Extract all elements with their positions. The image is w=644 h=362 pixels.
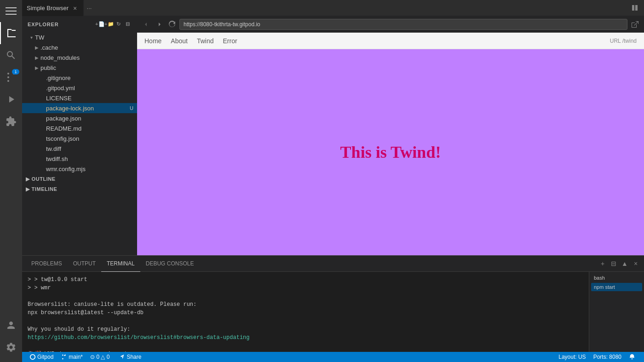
svg-rect-0 <box>6 7 17 8</box>
terminal-content[interactable]: > > tw@1.0.0 start > > wmr Browserslist:… <box>22 272 589 352</box>
status-bar: Gitpod main* ⊙ 0 △ 0 Share Layout: US Po… <box>22 352 644 362</box>
browser-toolbar <box>137 16 644 33</box>
tab-output[interactable]: OUTPUT <box>68 256 101 272</box>
tree-item-twdiff-sh[interactable]: twdiff.sh <box>22 154 137 164</box>
activity-bar: 1 <box>0 0 22 362</box>
terminal-line-5: Why you should do it regularly: <box>28 325 583 333</box>
terminal-split-button[interactable]: ⊟ <box>609 259 618 268</box>
main-container: Simple Browser × ··· EXPLORER +📄 +📁 ↻ ⊟ <box>22 0 644 362</box>
terminal-line-blank-1 <box>28 292 583 300</box>
new-file-icon[interactable]: +📄 <box>97 21 104 28</box>
tree-item-node-modules[interactable]: ▶ node_modules <box>22 52 137 63</box>
tree-item-license[interactable]: LICENSE <box>22 93 137 103</box>
tree-item-readme[interactable]: README.md <box>22 123 137 133</box>
timeline-section[interactable]: ▶ TIMELINE <box>22 184 137 194</box>
status-gitpod-label: Gitpod <box>37 354 53 360</box>
sidebar-header-actions: +📄 +📁 ↻ ⊟ <box>97 21 132 28</box>
tab-more-button[interactable]: ··· <box>84 0 95 16</box>
tree-arrow-cache: ▶ <box>33 44 40 51</box>
tab-bar: Simple Browser × ··· <box>22 0 644 16</box>
extensions-icon[interactable] <box>0 110 22 132</box>
terminal-body: > > tw@1.0.0 start > > wmr Browserslist:… <box>22 272 644 352</box>
terminal-session-npm[interactable]: npm start <box>591 283 642 291</box>
sidebar: EXPLORER +📄 +📁 ↻ ⊟ ▾ TW ▶ .cache <box>22 16 137 255</box>
browser-refresh-button[interactable] <box>167 19 178 30</box>
terminal-line-2: > > wmr <box>28 284 583 292</box>
tree-item-name: .gitpod.yml <box>46 85 75 92</box>
status-right: Layout: US Ports: 8080 <box>555 352 640 362</box>
nav-error-link[interactable]: Error <box>223 37 237 45</box>
nav-about-link[interactable]: About <box>171 37 188 45</box>
tree-item-cache[interactable]: ▶ .cache <box>22 42 137 52</box>
terminal-line-3: Browserslist: caniuse-lite is outdated. … <box>28 300 583 309</box>
outline-section[interactable]: ▶ OUTLINE <box>22 174 137 184</box>
branch-icon <box>61 354 67 360</box>
nav-home-link[interactable]: Home <box>144 37 161 45</box>
browser-main-heading: This is Twind! <box>340 143 441 162</box>
tree-item-name: tsconfig.json <box>46 135 79 142</box>
account-icon[interactable] <box>0 314 22 336</box>
nav-twind-link[interactable]: Twind <box>197 37 214 45</box>
tree-item-tsconfig[interactable]: tsconfig.json <box>22 133 137 144</box>
refresh-icon[interactable]: ↻ <box>115 21 122 28</box>
terminal-cmd: > tw@1.0.0 start <box>34 276 87 283</box>
tree-item-name: TW <box>35 34 44 41</box>
split-editor-button[interactable] <box>629 2 640 13</box>
status-notifications[interactable] <box>625 352 640 362</box>
svg-rect-2 <box>6 14 17 15</box>
tree-arrow-public: ▶ <box>33 64 40 71</box>
sidebar-title: EXPLORER <box>28 22 59 27</box>
tab-label: Simple Browser <box>27 5 69 11</box>
browser-url-display: URL /twind <box>610 38 637 44</box>
tree-item-tw-diff[interactable]: tw.diff <box>22 144 137 154</box>
tab-debug-console[interactable]: DEBUG CONSOLE <box>140 256 200 272</box>
terminal-maximize-button[interactable]: ▲ <box>620 259 629 268</box>
settings-icon[interactable] <box>0 336 22 358</box>
tree-item-public[interactable]: ▶ public <box>22 63 137 73</box>
share-icon <box>119 354 125 360</box>
collapse-all-icon[interactable]: ⊟ <box>124 21 132 28</box>
browser-nav-bar: Home About Twind Error URL /twind <box>137 33 644 49</box>
browser-url-input[interactable] <box>179 19 627 30</box>
terminal-new-button[interactable]: + <box>598 259 607 268</box>
search-icon[interactable] <box>0 44 22 66</box>
status-ports-label: Ports: 8080 <box>593 354 621 360</box>
tree-item-gitignore[interactable]: .gitignore <box>22 73 137 83</box>
browser-open-external-button[interactable] <box>629 19 640 30</box>
tree-item-name: twdiff.sh <box>46 155 68 162</box>
new-folder-icon[interactable]: +📁 <box>106 21 113 28</box>
terminal-sessions: bash npm start <box>589 272 644 352</box>
status-branch[interactable]: main* <box>57 352 86 362</box>
status-gitpod[interactable]: Gitpod <box>26 352 57 362</box>
tree-item-name: .cache <box>40 44 58 51</box>
outline-label: OUTLINE <box>32 176 56 182</box>
tab-close-button[interactable]: × <box>71 5 79 12</box>
tab-simple-browser[interactable]: Simple Browser × <box>22 0 84 16</box>
terminal-close-button[interactable]: × <box>631 259 640 268</box>
tree-item-wmr-config[interactable]: wmr.config.mjs <box>22 164 137 174</box>
status-layout[interactable]: Layout: US <box>555 352 589 362</box>
explorer-icon[interactable] <box>0 22 22 44</box>
status-share-label: Share <box>126 354 141 360</box>
tree-root-tw[interactable]: ▾ TW <box>22 32 137 42</box>
tree-item-package-lock[interactable]: package-lock.json U <box>22 103 137 113</box>
browser-panel: Home About Twind Error URL /twind This i… <box>137 16 644 255</box>
tree-arrow: ▾ <box>28 34 35 41</box>
tab-problems[interactable]: PROBLEMS <box>26 256 68 272</box>
status-ports[interactable]: Ports: 8080 <box>590 352 625 362</box>
status-share-btn[interactable]: Share <box>115 352 145 362</box>
run-debug-icon[interactable] <box>0 88 22 110</box>
tree-item-package-json[interactable]: package.json <box>22 113 137 123</box>
status-branch-label: main* <box>69 354 83 360</box>
source-control-icon[interactable]: 1 <box>0 66 22 88</box>
terminal-session-bash[interactable]: bash <box>591 274 642 282</box>
status-errors[interactable]: ⊙ 0 △ 0 <box>86 352 113 362</box>
terminal-link[interactable]: https://github.com/browserslist/browsers… <box>28 334 249 341</box>
tab-terminal[interactable]: TERMINAL <box>101 256 140 272</box>
menu-icon[interactable] <box>0 0 22 22</box>
tree-item-name: package.json <box>46 115 81 122</box>
tree-item-gitpod-yml[interactable]: .gitpod.yml <box>22 83 137 93</box>
browser-forward-button[interactable] <box>154 19 165 30</box>
browser-back-button[interactable] <box>141 19 152 30</box>
tree-item-name: .gitignore <box>46 75 70 81</box>
